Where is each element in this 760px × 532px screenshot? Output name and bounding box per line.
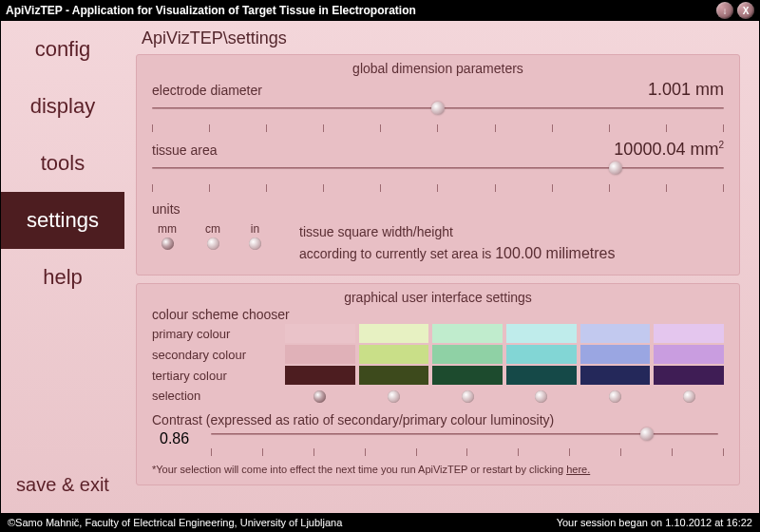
- swatch-tertiary-4[interactable]: [506, 366, 577, 385]
- swatch-secondary-4[interactable]: [506, 345, 577, 364]
- radio-icon: [249, 238, 261, 250]
- swatch-primary-1[interactable]: [285, 324, 355, 343]
- swatch-tertiary-6[interactable]: [654, 366, 724, 385]
- swatch-secondary-3[interactable]: [432, 345, 503, 364]
- slider-ticks: [152, 184, 724, 192]
- contrast-slider[interactable]: [211, 429, 718, 448]
- swatch-primary-2[interactable]: [359, 324, 429, 343]
- unit-option-mm[interactable]: mm: [158, 222, 177, 250]
- slider-ticks: [152, 124, 724, 132]
- sidebar-item-tools[interactable]: tools: [1, 135, 124, 192]
- sidebar-item-save-exit[interactable]: save & exit: [1, 456, 124, 513]
- electrode-diameter-slider[interactable]: [152, 104, 724, 123]
- breadcrumb: ApiVizTEP\settings: [136, 27, 740, 54]
- units-radio-group: mm cm in: [152, 222, 261, 250]
- selection-label: selection: [152, 389, 285, 403]
- radio-icon: [207, 238, 219, 250]
- contrast-value: 0.86: [152, 430, 205, 447]
- colour-radio-6[interactable]: [683, 390, 695, 403]
- statusbar: ©Samo Mahnič, Faculty of Electrical Engi…: [0, 513, 760, 532]
- swatch-secondary-5[interactable]: [580, 345, 651, 364]
- sidebar: config display tools settings help save …: [1, 21, 124, 513]
- colour-radio-4[interactable]: [535, 390, 547, 403]
- units-description: tissue square width/height according to …: [299, 222, 616, 265]
- swatch-secondary-2[interactable]: [359, 345, 429, 364]
- swatch-tertiary-5[interactable]: [580, 366, 651, 385]
- sidebar-item-label: display: [30, 94, 95, 119]
- sidebar-item-settings[interactable]: settings: [1, 192, 124, 249]
- sidebar-item-display[interactable]: display: [1, 78, 124, 135]
- swatch-secondary-6[interactable]: [654, 345, 724, 364]
- primary-swatch-row: [285, 324, 724, 343]
- panel-gui-settings: graphical user interface settings colour…: [136, 283, 740, 485]
- colour-radio-5[interactable]: [609, 390, 621, 403]
- colour-radio-1[interactable]: [314, 390, 326, 403]
- restart-note: *Your selection will come into effect th…: [152, 464, 724, 475]
- unit-label: mm: [158, 222, 177, 236]
- tissue-area-value: 10000.04 mm2: [614, 140, 724, 160]
- swatch-primary-6[interactable]: [654, 324, 724, 343]
- unit-label: cm: [205, 222, 220, 236]
- electrode-diameter-label: electrode diameter: [152, 83, 262, 98]
- sidebar-item-config[interactable]: config: [1, 21, 124, 78]
- secondary-colour-label: secondary colour: [152, 348, 285, 362]
- sidebar-item-help[interactable]: help: [1, 249, 124, 306]
- titlebar: ApiVizTEP - Application for Visualizatio…: [0, 0, 760, 21]
- colour-radio-2[interactable]: [388, 390, 400, 403]
- radio-icon: [162, 238, 174, 250]
- unit-label: in: [251, 222, 259, 236]
- swatch-tertiary-1[interactable]: [285, 366, 355, 385]
- secondary-swatch-row: [285, 345, 724, 364]
- main-content: ApiVizTEP\settings global dimension para…: [124, 21, 759, 513]
- panel-title: graphical user interface settings: [152, 290, 724, 305]
- primary-colour-label: primary colour: [152, 327, 285, 341]
- tissue-area-slider[interactable]: [152, 163, 724, 182]
- tertiary-swatch-row: [285, 366, 724, 385]
- panel-global-dimensions: global dimension parameters electrode di…: [136, 54, 740, 276]
- swatch-primary-5[interactable]: [580, 324, 651, 343]
- contrast-label: Contrast (expressed as ratio of secondar…: [152, 412, 724, 428]
- panel-title: global dimension parameters: [152, 61, 724, 76]
- tertiary-colour-label: tertiary colour: [152, 369, 285, 383]
- swatch-primary-4[interactable]: [506, 324, 577, 343]
- status-right: Your session began on 1.10.2012 at 16:22: [557, 517, 752, 528]
- unit-option-in[interactable]: in: [249, 222, 261, 250]
- sidebar-item-label: config: [35, 37, 91, 62]
- close-button[interactable]: X: [737, 2, 754, 19]
- slider-ticks: [211, 448, 724, 456]
- swatch-tertiary-3[interactable]: [432, 366, 503, 385]
- sidebar-item-label: tools: [41, 151, 85, 176]
- status-left: ©Samo Mahnič, Faculty of Electrical Engi…: [8, 517, 342, 528]
- colour-radio-3[interactable]: [462, 390, 474, 403]
- minimize-button[interactable]: ↓: [716, 2, 733, 19]
- window-title: ApiVizTEP - Application for Visualizatio…: [6, 4, 416, 17]
- swatch-secondary-1[interactable]: [285, 345, 355, 364]
- electrode-diameter-value: 1.001 mm: [648, 80, 724, 100]
- swatch-tertiary-2[interactable]: [359, 366, 429, 385]
- tissue-area-label: tissue area: [152, 142, 217, 158]
- units-label: units: [152, 201, 724, 217]
- restart-link[interactable]: here.: [566, 464, 590, 475]
- colour-chooser-label: colour scheme chooser: [152, 307, 724, 322]
- sidebar-item-label: settings: [27, 208, 99, 233]
- swatch-primary-3[interactable]: [432, 324, 503, 343]
- colour-selection-radios: [285, 389, 724, 403]
- sidebar-item-label: save & exit: [16, 474, 109, 496]
- sidebar-item-label: help: [43, 265, 83, 290]
- unit-option-cm[interactable]: cm: [205, 222, 220, 250]
